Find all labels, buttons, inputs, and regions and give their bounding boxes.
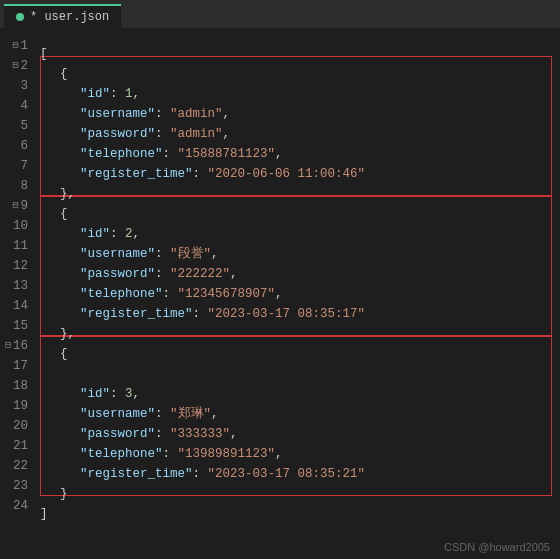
code-line: "username": "郑琳", (40, 404, 560, 424)
code-line: "password": "admin", (40, 124, 560, 144)
tab-filename: * user.json (30, 10, 109, 24)
line-number: 18 (0, 376, 28, 396)
code-line: { (40, 64, 560, 84)
code-line: "id": 2, (40, 224, 560, 244)
tab-bar: * user.json (0, 0, 560, 28)
line-number: 20 (0, 416, 28, 436)
line-number: ⊟1 (0, 36, 28, 56)
code-line: "register_time": "2023-03-17 08:35:17" (40, 304, 560, 324)
file-tab[interactable]: * user.json (4, 4, 121, 28)
line-number: 3 (0, 76, 28, 96)
watermark: CSDN @howard2005 (444, 541, 550, 553)
line-number: ⊟2 (0, 56, 28, 76)
line-number: ⊟9 (0, 196, 28, 216)
code-line: ] (40, 504, 560, 524)
editor-area: ⊟1⊟2345678⊟9101112131415⊟161718192021222… (0, 28, 560, 559)
line-number: 12 (0, 256, 28, 276)
line-number: 15 (0, 316, 28, 336)
line-number: 21 (0, 436, 28, 456)
code-content: [{"id": 1,"username": "admin","password"… (36, 28, 560, 559)
code-line: [ (40, 44, 560, 64)
line-number: 6 (0, 136, 28, 156)
code-line: "id": 1, (40, 84, 560, 104)
code-line: "password": "333333", (40, 424, 560, 444)
fold-icon[interactable]: ⊟ (12, 196, 18, 216)
fold-icon[interactable]: ⊟ (5, 336, 11, 356)
code-line: "telephone": "15888781123", (40, 144, 560, 164)
fold-icon[interactable]: ⊟ (12, 36, 18, 56)
line-number: 24 (0, 496, 28, 516)
line-number: 7 (0, 156, 28, 176)
code-line: "register_time": "2023-03-17 08:35:21" (40, 464, 560, 484)
code-line: "username": "段誉", (40, 244, 560, 264)
line-number: 19 (0, 396, 28, 416)
code-line: } (40, 484, 560, 504)
code-line: { (40, 204, 560, 224)
line-number: 14 (0, 296, 28, 316)
line-number: ⊟16 (0, 336, 28, 356)
line-number: 13 (0, 276, 28, 296)
code-line: "telephone": "12345678907", (40, 284, 560, 304)
line-number: 8 (0, 176, 28, 196)
code-line: }, (40, 184, 560, 204)
code-line: "id": 3, (40, 384, 560, 404)
line-number: 4 (0, 96, 28, 116)
editor-window: * user.json ⊟1⊟2345678⊟9101112131415⊟161… (0, 0, 560, 559)
modified-dot (16, 13, 24, 21)
code-line: }, (40, 324, 560, 344)
line-number: 22 (0, 456, 28, 476)
code-line: "register_time": "2020-06-06 11:00:46" (40, 164, 560, 184)
line-number: 5 (0, 116, 28, 136)
code-line: "telephone": "13989891123", (40, 444, 560, 464)
code-line (40, 364, 560, 384)
line-number: 10 (0, 216, 28, 236)
fold-icon[interactable]: ⊟ (12, 56, 18, 76)
line-number: 17 (0, 356, 28, 376)
line-number: 11 (0, 236, 28, 256)
line-number: 23 (0, 476, 28, 496)
code-line: "password": "222222", (40, 264, 560, 284)
line-numbers: ⊟1⊟2345678⊟9101112131415⊟161718192021222… (0, 28, 36, 559)
code-line: { (40, 344, 560, 364)
code-line: "username": "admin", (40, 104, 560, 124)
